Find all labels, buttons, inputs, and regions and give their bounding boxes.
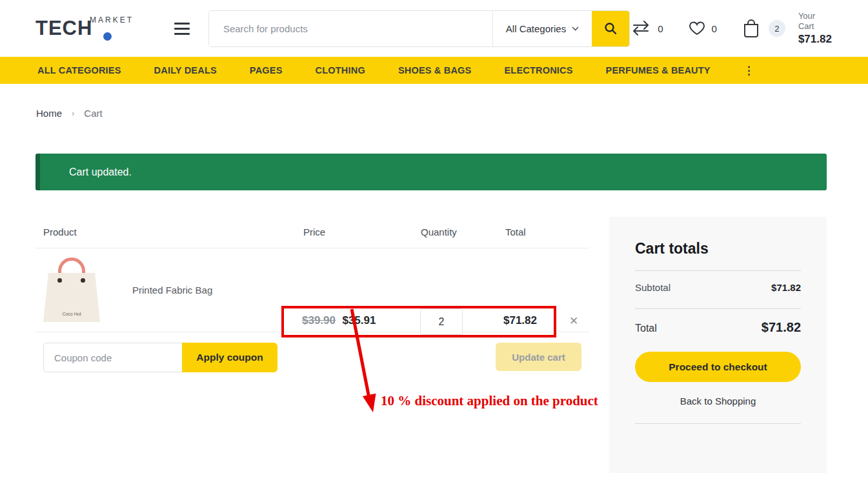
- nav-item-electronics[interactable]: ELECTRONICS: [504, 65, 572, 75]
- wishlist-button[interactable]: 0: [688, 21, 717, 36]
- search-bar: All Categories: [208, 10, 630, 47]
- cart-page: TECH MARKET All Categories: [0, 0, 868, 493]
- nav-item-all-categories[interactable]: ALL CATEGORIES: [37, 65, 121, 75]
- main-content: Home › Cart Cart updated. Product Price …: [0, 84, 868, 493]
- line-total: $71.82: [503, 314, 537, 327]
- subtotal-row: Subtotal $71.82: [635, 271, 801, 308]
- logo-suffix: MARKET: [90, 15, 134, 25]
- cart-button[interactable]: 2: [742, 18, 785, 39]
- subtotal-value: $71.82: [771, 282, 801, 293]
- cart-summary-label: Your Cart: [798, 11, 833, 32]
- column-total: Total: [505, 226, 526, 237]
- category-dropdown-label: All Categories: [506, 23, 566, 34]
- bag-grommet: [57, 278, 62, 283]
- nav-item-pages[interactable]: PAGES: [250, 65, 283, 75]
- product-name[interactable]: Printed Fabric Bag: [132, 285, 212, 296]
- subtotal-label: Subtotal: [635, 282, 671, 293]
- chevron-down-icon: [572, 26, 579, 31]
- column-price: Price: [303, 226, 325, 237]
- update-cart-button[interactable]: Update cart: [496, 343, 581, 371]
- logo-dot-icon: [103, 32, 112, 41]
- current-price: $35.91: [342, 314, 376, 327]
- remove-item-icon[interactable]: ✕: [569, 314, 578, 328]
- cart-totals-title: Cart totals: [635, 240, 801, 257]
- nav-more-icon[interactable]: ⋮: [743, 64, 754, 77]
- logo-text: TECH: [35, 17, 92, 40]
- search-input[interactable]: [209, 11, 492, 46]
- search-button[interactable]: [592, 11, 629, 46]
- quantity-input[interactable]: 2: [420, 308, 463, 335]
- column-quantity: Quantity: [421, 226, 457, 237]
- apply-coupon-button[interactable]: Apply coupon: [182, 343, 278, 372]
- main-nav: ALL CATEGORIES DAILY DEALS PAGES CLOTHIN…: [0, 57, 868, 84]
- breadcrumb: Home › Cart: [36, 108, 103, 119]
- cart-summary-amount: $71.82: [798, 32, 833, 46]
- bag-grommet: [81, 278, 85, 283]
- total-label: Total: [635, 323, 657, 334]
- cart-totals-panel: Cart totals Subtotal $71.82 Total $71.82…: [609, 217, 827, 473]
- bag-print-text: Coco Hut: [43, 312, 100, 316]
- header-actions: 0 0 2 Your C: [630, 11, 833, 46]
- nav-item-perfumes-beauty[interactable]: PERFUMES & BEAUTY: [606, 65, 711, 75]
- annotation-text: 10 % discount applied on the product: [381, 393, 598, 409]
- site-header: TECH MARKET All Categories: [0, 0, 868, 57]
- cart-updated-alert: Cart updated.: [35, 154, 827, 190]
- cart-item-row: Coco Hut Printed Fabric Bag $39.90 $35.9…: [35, 248, 589, 332]
- breadcrumb-current: Cart: [84, 108, 102, 119]
- wishlist-count: 0: [712, 23, 717, 34]
- nav-item-shoes-bags[interactable]: SHOES & BAGS: [398, 65, 472, 75]
- menu-icon[interactable]: [174, 23, 190, 35]
- breadcrumb-home[interactable]: Home: [36, 108, 62, 119]
- cart-table: Product Price Quantity Total Coco Hut Pr…: [35, 217, 589, 390]
- category-dropdown[interactable]: All Categories: [492, 11, 592, 46]
- breadcrumb-separator-icon: ›: [72, 108, 74, 118]
- compare-button[interactable]: 0: [630, 21, 663, 36]
- nav-item-clothing[interactable]: CLOTHING: [316, 65, 365, 75]
- old-price: $39.90: [302, 314, 336, 327]
- cart-count-badge: 2: [769, 20, 785, 37]
- search-icon: [604, 22, 617, 35]
- alert-message: Cart updated.: [69, 166, 132, 178]
- site-logo[interactable]: TECH MARKET: [35, 11, 158, 46]
- price-cell: $39.90 $35.91: [302, 314, 376, 327]
- proceed-to-checkout-button[interactable]: Proceed to checkout: [635, 352, 801, 382]
- shopping-bag-icon: [742, 18, 761, 39]
- back-to-shopping-link[interactable]: Back to Shopping: [635, 396, 801, 407]
- cart-summary[interactable]: Your Cart $71.82: [798, 11, 833, 46]
- coupon-input[interactable]: [43, 343, 182, 372]
- compare-count: 0: [658, 23, 663, 34]
- cart-table-header: Product Price Quantity Total: [35, 217, 589, 248]
- total-row: Total $71.82: [635, 309, 801, 349]
- product-image[interactable]: Coco Hut: [43, 257, 100, 322]
- heart-icon: [688, 21, 706, 36]
- column-product: Product: [43, 226, 77, 237]
- compare-icon: [630, 21, 652, 36]
- cart-actions: Apply coupon Update cart: [35, 332, 589, 390]
- nav-item-daily-deals[interactable]: DAILY DEALS: [154, 65, 217, 75]
- total-value: $71.82: [762, 320, 801, 335]
